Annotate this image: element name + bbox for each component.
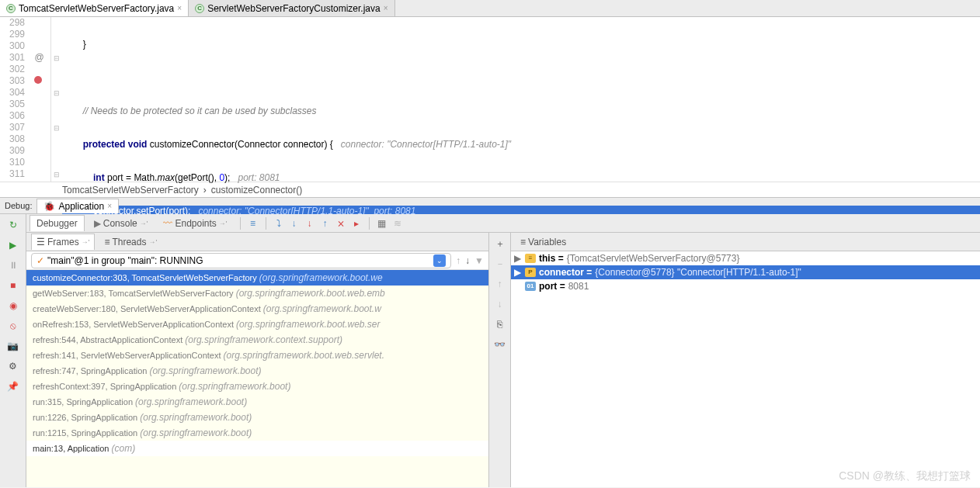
trace-icon[interactable]: ≋ [391,217,404,230]
gutter-marks[interactable]: @ [28,17,51,182]
next-frame-icon[interactable]: ↓ [465,255,470,266]
variable-row[interactable]: ▶≡ this = {TomcatServletWebServerFactory… [511,251,980,265]
tab-debugger[interactable]: Debugger [30,215,85,231]
breadcrumb-class[interactable]: TomcatServletWebServerFactory [62,185,199,196]
java-class-icon: C [195,4,204,13]
frame-row[interactable]: run:315, SpringApplication (org.springfr… [26,394,488,410]
frames-pane: ☰ Frames →' ≡ Threads →' ✓ "main"@1 in g… [26,233,489,487]
camera-icon[interactable]: 📷 [7,340,19,352]
tab-console[interactable]: ▶Console →' [88,216,155,231]
tab-label: TomcatServletWebServerFactory.java [19,3,174,14]
tab-threads[interactable]: ≡ Threads →' [99,234,162,250]
frame-row[interactable]: refreshContext:397, SpringApplication (o… [26,379,488,394]
fold-column[interactable]: ⊟⊟⊟⊟ [51,17,62,182]
debug-panel: ↻ ▶ ⏸ ■ ◉ ⦸ 📷 ⚙ 📌 Debugger ▶Console →' 〰… [0,214,980,487]
frame-row[interactable]: run:1226, SpringApplication (org.springf… [26,410,488,425]
frame-row[interactable]: run:1215, SpringApplication (org.springf… [26,425,488,441]
frame-row[interactable]: refresh:141, ServletWebServerApplication… [26,348,488,363]
check-icon: ✓ [36,255,44,266]
editor-tab-bar: C TomcatServletWebServerFactory.java × C… [0,0,980,17]
variables-list[interactable]: ▶≡ this = {TomcatServletWebServerFactory… [511,251,980,487]
run-to-cursor-icon[interactable]: ▸ [350,217,363,230]
frame-row[interactable]: refresh:747, SpringApplication (org.spri… [26,363,488,379]
code-content[interactable]: } // Needs to be protected so it can be … [62,17,980,182]
down-icon[interactable]: ↓ [494,298,506,310]
debug-side-toolbar: ↻ ▶ ⏸ ■ ◉ ⦸ 📷 ⚙ 📌 [0,214,26,487]
step-into-icon[interactable]: ↓ [288,217,301,230]
frame-row[interactable]: customizeConnector:303, TomcatServletWeb… [26,270,488,286]
tab-frames[interactable]: ☰ Frames →' [31,234,95,250]
frame-row[interactable]: onRefresh:153, ServletWebServerApplicati… [26,317,488,332]
close-icon[interactable]: × [107,202,112,210]
rerun-icon[interactable]: ↻ [7,219,19,231]
up-icon[interactable]: ↑ [494,278,506,290]
line-numbers: 2982993003013023033043053063073083093103… [0,17,28,182]
show-execution-point-icon[interactable]: ≡ [247,217,259,230]
copy-icon[interactable]: ⎘ [494,318,506,331]
breakpoint-icon[interactable] [34,76,42,84]
step-over-icon[interactable]: ⤵ [273,217,285,230]
pause-icon[interactable]: ⏸ [7,259,19,272]
variable-row[interactable]: ▶P connector = {Connector@5778} "Connect… [511,265,980,279]
stop-icon[interactable]: ■ [7,279,19,292]
breadcrumb-method[interactable]: customizeConnector() [211,185,302,196]
close-icon[interactable]: × [177,4,182,12]
view-breakpoints-icon[interactable]: ◉ [7,299,19,312]
tab-variables[interactable]: ≡ Variables [516,234,571,250]
variable-row[interactable]: 01 port = 8081 [511,279,980,293]
thread-dropdown[interactable]: ✓ "main"@1 in group "main": RUNNING ⌄ [31,253,451,268]
settings-icon[interactable]: ⚙ [7,360,19,372]
chevron-right-icon: › [203,185,207,196]
frame-row[interactable]: refresh:544, AbstractApplicationContext … [26,332,488,348]
variables-pane: ＋ － ↑ ↓ ⎘ 👓 ≡ Variables ▶≡ this = {Tomca… [489,233,980,487]
bug-icon: 🐞 [43,201,55,212]
vars-toolbar: ＋ － ↑ ↓ ⎘ 👓 [489,233,511,487]
evaluate-icon[interactable]: ▦ [376,217,388,230]
drop-frame-icon[interactable]: ⨯ [335,217,347,230]
close-icon[interactable]: × [384,4,388,12]
tab-label: ServletWebServerFactoryCustomizer.java [207,3,381,14]
new-watch-icon[interactable]: ＋ [494,237,506,250]
java-class-icon: C [6,4,16,13]
code-editor[interactable]: 2982993003013023033043053063073083093103… [0,17,980,182]
step-out-icon[interactable]: ↑ [319,217,332,230]
force-step-into-icon[interactable]: ↓ [304,217,316,230]
pin-icon[interactable]: 📌 [7,380,19,393]
remove-watch-icon[interactable]: － [494,258,506,270]
frame-row[interactable]: main:13, Application (com) [26,441,488,456]
watches-icon[interactable]: 👓 [494,338,506,351]
debug-label: Debug: [5,201,32,210]
prev-frame-icon[interactable]: ↑ [456,255,460,266]
debug-toolbar: Debugger ▶Console →' 〰Endpoints →' ≡ ⤵ ↓… [26,214,980,233]
tab-customizer[interactable]: C ServletWebServerFactoryCustomizer.java… [189,0,394,16]
mute-breakpoints-icon[interactable]: ⦸ [7,320,19,332]
frame-row[interactable]: getWebServer:183, TomcatServletWebServer… [26,286,488,301]
tab-tomcat-factory[interactable]: C TomcatServletWebServerFactory.java × [0,0,189,16]
filter-icon[interactable]: ▼ [474,255,484,266]
dropdown-icon[interactable]: ⌄ [433,254,446,267]
run-config-tab[interactable]: 🐞 Application × [36,199,119,213]
tab-endpoints[interactable]: 〰Endpoints →' [157,216,233,231]
resume-icon[interactable]: ▶ [7,239,19,251]
frame-list[interactable]: customizeConnector:303, TomcatServletWeb… [26,270,488,487]
thread-selector-row: ✓ "main"@1 in group "main": RUNNING ⌄ ↑ … [26,251,488,270]
frame-row[interactable]: createWebServer:180, ServletWebServerApp… [26,301,488,317]
